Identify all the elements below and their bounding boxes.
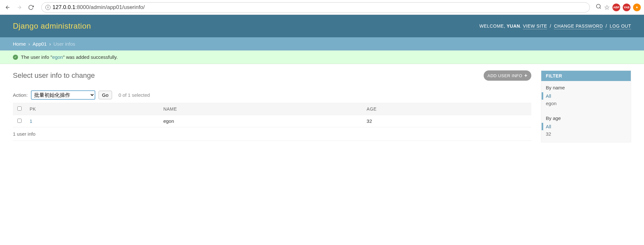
column-header-age[interactable]: AGE	[363, 103, 531, 115]
extension-icon[interactable]	[633, 4, 641, 11]
column-header-name[interactable]: NAME	[159, 103, 363, 115]
filter-option[interactable]: All	[542, 92, 626, 100]
filter-panel: FILTER By nameAllegonBy ageAll32	[541, 70, 631, 142]
change-password-link[interactable]: CHANGE PASSWORD	[554, 23, 603, 29]
zoom-icon[interactable]	[596, 4, 601, 11]
filter-title: FILTER	[541, 71, 631, 81]
message-suffix: " was added successfully.	[63, 54, 118, 60]
select-all-header	[13, 103, 26, 115]
add-button-label: ADD USER INFO	[488, 73, 522, 78]
view-site-link[interactable]: VIEW SITE	[523, 23, 547, 29]
actions-bar: Action: 批量初始化操作 Go 0 of 1 selected	[13, 87, 531, 103]
filter-section: By nameAllegon	[541, 81, 631, 112]
back-button[interactable]	[3, 3, 12, 12]
branding-title: Django administration	[13, 22, 91, 31]
browser-toolbar: i 127.0.0.1:8000/admin/app01/userinfo/ ☆…	[0, 0, 644, 15]
logout-link[interactable]: LOG OUT	[610, 23, 631, 29]
message-prefix: The user info "	[21, 54, 52, 60]
forward-button[interactable]	[15, 3, 24, 12]
welcome-text: WELCOME,	[479, 23, 505, 29]
filter-heading: By name	[541, 81, 631, 92]
row-pk-link[interactable]: 1	[30, 118, 32, 124]
row-checkbox[interactable]	[17, 119, 22, 123]
row-age: 32	[363, 115, 531, 127]
message-object-link[interactable]: egon	[52, 54, 63, 60]
success-message: ✓ The user info "egon" was added success…	[0, 50, 644, 64]
breadcrumb-current: User infos	[53, 41, 75, 47]
user-tools: WELCOME, YUAN. VIEW SITE / CHANGE PASSWO…	[479, 23, 631, 29]
paginator: 1 user info	[13, 127, 531, 141]
reload-button[interactable]	[26, 3, 35, 12]
extension-yab-icon[interactable]: YAB	[623, 4, 630, 11]
extension-abp-icon[interactable]: ABP	[612, 4, 620, 11]
column-header-pk[interactable]: PK	[26, 103, 159, 115]
message-list: ✓ The user info "egon" was added success…	[0, 50, 644, 64]
url-text: 127.0.0.1:8000/admin/app01/userinfo/	[52, 4, 145, 11]
breadcrumb: Home › App01 › User infos	[0, 37, 644, 50]
breadcrumb-app[interactable]: App01	[33, 41, 46, 47]
table-row: 1egon32	[13, 115, 531, 127]
results-table: PK NAME AGE 1egon32	[13, 103, 531, 127]
success-check-icon: ✓	[13, 55, 18, 60]
filter-section: By ageAll32	[541, 112, 631, 142]
add-user-info-button[interactable]: ADD USER INFO +	[484, 70, 531, 81]
action-select[interactable]: 批量初始化操作	[31, 90, 95, 100]
url-bar[interactable]: i 127.0.0.1:8000/admin/app01/userinfo/	[41, 2, 590, 13]
filter-option[interactable]: 32	[546, 130, 626, 138]
bookmark-star-icon[interactable]: ☆	[604, 4, 610, 11]
select-all-checkbox[interactable]	[17, 106, 22, 111]
row-name: egon	[159, 115, 363, 127]
site-info-icon[interactable]: i	[45, 5, 51, 10]
go-button[interactable]: Go	[99, 91, 112, 99]
svg-point-0	[596, 4, 600, 8]
page-title: Select user info to change	[13, 71, 95, 80]
svg-line-1	[600, 7, 601, 8]
admin-header: Django administration WELCOME, YUAN. VIE…	[0, 15, 644, 37]
breadcrumb-home[interactable]: Home	[13, 41, 26, 47]
username: YUAN	[507, 23, 520, 29]
plus-icon: +	[524, 73, 527, 78]
action-counter: 0 of 1 selected	[118, 92, 150, 98]
filter-heading: By age	[541, 112, 631, 123]
filter-option[interactable]: egon	[546, 100, 626, 107]
filter-option[interactable]: All	[542, 123, 626, 130]
action-label: Action:	[13, 92, 28, 98]
